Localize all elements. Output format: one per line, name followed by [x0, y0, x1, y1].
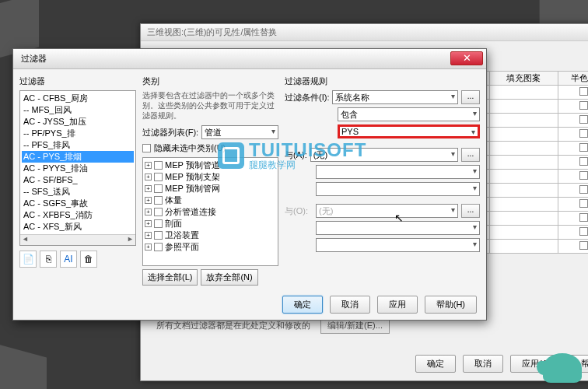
select-all-button[interactable]: 选择全部(L)	[142, 269, 198, 286]
copy-icon[interactable]: ⎘	[40, 251, 57, 268]
and-op-select[interactable]	[316, 165, 480, 179]
ok-button[interactable]: 确定	[282, 296, 323, 314]
more-button[interactable]: ...	[461, 90, 480, 104]
more-button[interactable]: ...	[461, 148, 480, 162]
hide-unchecked-checkbox[interactable]	[142, 144, 151, 152]
filter-item[interactable]: AC - XFBFS_消防	[22, 209, 134, 221]
expand-icon[interactable]: +	[145, 244, 152, 251]
expand-icon[interactable]: +	[145, 209, 152, 216]
checkbox[interactable]	[579, 185, 588, 194]
close-icon[interactable]: ✕	[450, 51, 483, 65]
checkbox[interactable]	[579, 241, 588, 250]
checkbox[interactable]	[154, 173, 163, 181]
rule-op-select[interactable]: 包含	[338, 107, 480, 121]
new-icon[interactable]: 📄	[19, 251, 37, 268]
rename-icon[interactable]: AI	[60, 251, 77, 268]
hide-unchecked-label: 隐藏未选中类别(U)	[154, 142, 226, 154]
category-label: 分析管道连接	[165, 206, 216, 218]
and2-value-select[interactable]	[316, 238, 480, 252]
checkbox[interactable]	[579, 143, 588, 152]
filter-item[interactable]: -- MFS_回风	[22, 104, 134, 116]
filters-toolbar: 📄 ⎘ AI 🗑	[19, 251, 136, 268]
category-label: MEP 预制管道	[165, 159, 220, 171]
filter-item[interactable]: -- PFS_排风	[22, 139, 134, 151]
and-param-select[interactable]: (无)	[310, 148, 458, 162]
filter-list-label: 过滤器列表(F):	[142, 127, 198, 138]
rules-column: 过滤器规则 过滤条件(I): 系统名称 ... 包含 PYS 与(A): (无)…	[285, 75, 480, 286]
rule-value-input[interactable]: PYS	[338, 124, 480, 138]
filters-listbox[interactable]: AC - CFBS_厨房 -- MFS_回风 AC - JYSS_加压 -- P…	[19, 90, 136, 246]
category-item[interactable]: +MEP 预制管网	[145, 183, 276, 194]
filter-list-select[interactable]: 管道	[201, 125, 278, 139]
filter-item[interactable]: AC - JYSS_加压	[22, 116, 134, 128]
filter-item[interactable]: -- SFS_送风	[22, 186, 134, 198]
checkbox[interactable]	[154, 243, 163, 251]
checkbox[interactable]	[579, 171, 588, 180]
help-button[interactable]: 帮助(H)	[425, 296, 477, 314]
cancel-button[interactable]: 取消	[330, 296, 370, 314]
and2-param-select[interactable]: (无)	[316, 204, 458, 218]
filter-item[interactable]: -- PF/PYS_排	[22, 128, 134, 139]
more-button[interactable]: ...	[461, 204, 480, 218]
filter-item[interactable]: AC - PYS_排烟	[22, 151, 134, 163]
expand-icon[interactable]: +	[145, 220, 152, 227]
expand-icon[interactable]: +	[145, 197, 152, 204]
checkbox[interactable]	[579, 227, 588, 236]
category-label: 卫浴装置	[165, 230, 199, 241]
checkbox[interactable]	[154, 196, 163, 205]
checkbox[interactable]	[579, 87, 588, 96]
cancel-button[interactable]: 取消	[463, 355, 503, 373]
checkbox[interactable]	[579, 129, 588, 138]
rules-label: 过滤器规则	[285, 75, 480, 87]
expand-icon[interactable]: +	[145, 185, 152, 192]
expand-icon[interactable]: +	[145, 232, 152, 239]
categories-desc: 选择要包含在过滤器中的一个或多个类别。这些类别的公共参数可用于定义过滤器规则。	[142, 90, 278, 121]
category-item[interactable]: +体量	[145, 194, 276, 206]
category-label: 参照平面	[165, 241, 199, 253]
category-item[interactable]: +分析管道连接	[145, 206, 276, 218]
checkbox[interactable]	[154, 161, 163, 170]
col-header: 半色调	[558, 72, 588, 86]
delete-icon[interactable]: 🗑	[80, 251, 97, 268]
checkbox[interactable]	[579, 199, 588, 208]
filter-item[interactable]: AC - SGFS_事故	[22, 198, 134, 209]
filter-item[interactable]: AC - CFBS_厨房	[22, 93, 134, 104]
bg-shape	[0, 343, 47, 389]
and-value-select[interactable]	[316, 182, 480, 196]
ok-button[interactable]: 确定	[415, 355, 456, 373]
checkbox[interactable]	[579, 157, 588, 166]
checkbox[interactable]	[154, 184, 163, 193]
category-item[interactable]: +卫浴装置	[145, 230, 276, 241]
h-scrollbar[interactable]	[20, 234, 135, 245]
category-label: 体量	[165, 194, 182, 206]
category-label: MEP 预制支架	[165, 171, 220, 183]
checkbox[interactable]	[579, 213, 588, 222]
filter-titlebar[interactable]: 过滤器 ✕	[13, 49, 486, 69]
filters-label: 过滤器	[19, 75, 136, 87]
category-label: 剖面	[165, 218, 182, 230]
category-item[interactable]: +MEP 预制管道	[145, 159, 276, 171]
checkbox[interactable]	[154, 231, 163, 240]
categories-label: 类别	[142, 75, 278, 87]
col-header: 填充图案	[489, 72, 558, 86]
deselect-all-button[interactable]: 放弃全部(N)	[201, 269, 257, 286]
rule-param-label: 过滤条件(I):	[285, 92, 329, 103]
expand-icon[interactable]: +	[145, 173, 152, 180]
and2-op-select[interactable]	[316, 221, 480, 235]
checkbox[interactable]	[579, 115, 588, 124]
category-item[interactable]: +参照平面	[145, 241, 276, 253]
category-listbox[interactable]: +MEP 预制管道+MEP 预制支架+MEP 预制管网+体量+分析管道连接+剖面…	[142, 157, 278, 266]
filter-item[interactable]: AC - PYYS_排油	[22, 163, 134, 174]
filter-item[interactable]: AC - XFS_新风	[22, 221, 134, 233]
checkbox[interactable]	[579, 101, 588, 110]
category-item[interactable]: +剖面	[145, 218, 276, 230]
checkbox[interactable]	[154, 219, 163, 228]
category-item[interactable]: +MEP 预制支架	[145, 171, 276, 183]
expand-icon[interactable]: +	[145, 162, 152, 169]
rule-param-select[interactable]: 系统名称	[332, 90, 458, 104]
parent-titlebar[interactable]: 三维视图:(三维)的可见性/属性替换 ✕	[141, 24, 588, 41]
filter-title-text: 过滤器	[21, 54, 47, 63]
filter-item[interactable]: AC - SF/BFS_	[22, 174, 134, 186]
apply-button[interactable]: 应用	[377, 296, 418, 314]
checkbox[interactable]	[154, 208, 163, 216]
